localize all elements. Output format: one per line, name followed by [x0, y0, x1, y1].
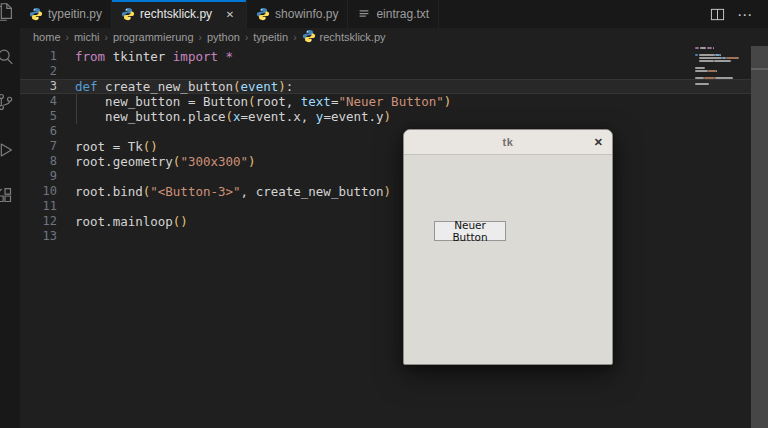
tab-label: rechtsklick.py — [140, 7, 212, 21]
code-line-4[interactable]: 4 new_button = Button(root, text="Neuer … — [20, 94, 768, 109]
activity-bar — [0, 0, 20, 428]
line-number: 6 — [20, 124, 57, 139]
breadcrumb-item-home[interactable]: home — [33, 31, 61, 43]
minimap-line — [700, 47, 706, 49]
code-editor[interactable]: 1from tkinter import *23def create_new_b… — [20, 46, 768, 244]
breadcrumb-label: typeitin — [253, 31, 288, 43]
breadcrumb: home›michi›programmierung›python›typeiti… — [20, 28, 768, 46]
tab-rechtsklick.py[interactable]: rechtsklick.py✕ — [112, 0, 247, 28]
tk-window-title: tk — [503, 136, 514, 148]
minimap-line — [695, 54, 698, 56]
code-line-5[interactable]: 5 new_button.place(x=event.x, y=event.y) — [20, 109, 768, 124]
minimap[interactable] — [695, 47, 745, 97]
breadcrumb-separator-icon: › — [105, 32, 108, 43]
minimap-line — [699, 57, 722, 59]
minimap-line — [695, 47, 699, 49]
tab-eintrag.txt[interactable]: eintrag.txt — [348, 0, 439, 28]
tab-close-icon[interactable]: ✕ — [223, 9, 237, 20]
tabs: typeitin.pyrechtsklick.py✕showinfo.pyein… — [20, 0, 439, 28]
code-line-8[interactable]: 8root.geometry("300x300") — [20, 154, 768, 169]
line-number: 7 — [20, 139, 57, 154]
tab-showinfo.py[interactable]: showinfo.py — [247, 0, 348, 28]
window-close-icon[interactable]: ✕ — [594, 130, 603, 154]
breadcrumb-label: python — [207, 31, 240, 43]
breadcrumb-separator-icon: › — [245, 32, 248, 43]
line-number: 12 — [20, 214, 57, 229]
minimap-line — [704, 77, 715, 79]
vscode-window: typeitin.pyrechtsklick.py✕showinfo.pyein… — [0, 0, 768, 428]
minimap-line — [716, 70, 717, 72]
breadcrumb-item-python[interactable]: python — [207, 31, 240, 43]
code-text: def create_new_button(event): — [75, 79, 293, 94]
minimap-line — [695, 83, 709, 85]
breadcrumb-separator-icon: › — [199, 32, 202, 43]
minimap-line — [699, 60, 714, 62]
text-file-icon — [357, 7, 371, 21]
activity-item-source-control[interactable] — [0, 91, 16, 113]
split-editor-icon[interactable] — [710, 7, 725, 22]
line-number: 4 — [20, 94, 57, 109]
line-number: 3 — [20, 79, 57, 94]
minimap-line — [699, 54, 715, 56]
line-number: 9 — [20, 169, 57, 184]
minimap-line — [695, 67, 705, 69]
breadcrumb-label: rechtsklick.py — [320, 31, 386, 43]
tk-window-titlebar[interactable]: tk ✕ — [404, 130, 612, 155]
breadcrumb-label: programmierung — [113, 31, 194, 43]
code-line-13[interactable]: 13 — [20, 229, 768, 244]
tk-window: tk ✕ Neuer Button — [403, 129, 613, 365]
minimap-line — [726, 57, 739, 59]
line-number: 1 — [20, 49, 57, 64]
scrollbar-notch — [751, 68, 768, 70]
breadcrumb-label: michi — [74, 31, 100, 43]
line-number: 11 — [20, 199, 57, 214]
breadcrumb-item-typeitin[interactable]: typeitin — [253, 31, 288, 43]
extensions-icon — [0, 193, 16, 210]
search-icon — [0, 54, 16, 71]
code-text: from tkinter import * — [75, 49, 233, 64]
code-line-3[interactable]: 3def create_new_button(event): — [20, 79, 768, 94]
tab-typeitin.py[interactable]: typeitin.py — [20, 0, 112, 28]
activity-item-explorer[interactable] — [0, 1, 16, 23]
code-text: root.mainloop() — [75, 214, 188, 229]
code-text: new_button.place(x=event.x, y=event.y) — [75, 109, 391, 124]
minimap-line — [714, 60, 731, 62]
breadcrumb-item-rechtsklick.py[interactable]: rechtsklick.py — [302, 29, 386, 45]
activity-item-run-debug[interactable] — [0, 139, 16, 161]
indent-guide — [76, 94, 77, 109]
breadcrumb-separator-icon: › — [66, 32, 69, 43]
code-line-2[interactable]: 2 — [20, 64, 768, 79]
code-line-1[interactable]: 1from tkinter import * — [20, 49, 768, 64]
line-number: 8 — [20, 154, 57, 169]
tab-label: eintrag.txt — [376, 7, 429, 21]
code-line-6[interactable]: 6 — [20, 124, 768, 139]
more-actions-icon[interactable]: ⋯ — [737, 7, 752, 22]
line-number: 2 — [20, 64, 57, 79]
line-number: 10 — [20, 184, 57, 199]
tk-window-body: Neuer Button — [404, 155, 612, 365]
code-line-9[interactable]: 9 — [20, 169, 768, 184]
code-line-10[interactable]: 10root.bind("<Button-3>", create_new_but… — [20, 184, 768, 199]
code-line-11[interactable]: 11 — [20, 199, 768, 214]
code-text: new_button = Button(root, text="Neuer Bu… — [75, 94, 451, 109]
minimap-line — [715, 77, 733, 79]
breadcrumb-label: home — [33, 31, 61, 43]
breadcrumb-item-programmierung[interactable]: programmierung — [113, 31, 194, 43]
tab-bar: typeitin.pyrechtsklick.py✕showinfo.pyein… — [20, 0, 768, 28]
python-icon — [121, 7, 135, 21]
minimap-line — [695, 77, 704, 79]
editor-actions: ⋯ — [710, 0, 768, 28]
activity-item-extensions[interactable] — [0, 185, 16, 207]
breadcrumb-item-michi[interactable]: michi — [74, 31, 100, 43]
tab-label: typeitin.py — [48, 7, 102, 21]
editor-group: typeitin.pyrechtsklick.py✕showinfo.pyein… — [20, 0, 768, 428]
run-debug-icon — [0, 147, 16, 164]
code-line-12[interactable]: 12root.mainloop() — [20, 214, 768, 229]
minimap-line — [708, 70, 716, 72]
indent-guide — [76, 109, 77, 124]
code-line-7[interactable]: 7root = Tk() — [20, 139, 768, 154]
vertical-scrollbar[interactable] — [751, 46, 768, 428]
minimap-line — [695, 70, 708, 72]
neuer-button[interactable]: Neuer Button — [434, 221, 506, 241]
activity-item-search[interactable] — [0, 46, 16, 68]
